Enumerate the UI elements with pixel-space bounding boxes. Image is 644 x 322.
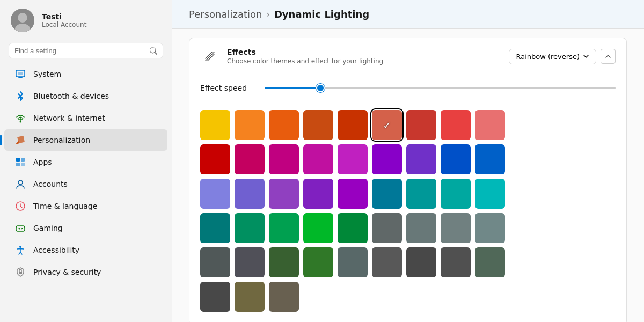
color-swatch-5-0[interactable] — [200, 282, 230, 312]
color-swatch-0-1[interactable] — [235, 110, 265, 140]
color-swatch-0-6[interactable] — [406, 110, 436, 140]
breadcrumb: Personalization › Dynamic Lighting — [189, 9, 627, 20]
page-header: Personalization › Dynamic Lighting — [172, 0, 644, 29]
color-swatch-1-8[interactable] — [475, 144, 505, 174]
sidebar-item-privacy[interactable]: Privacy & security — [4, 261, 167, 283]
personalization-icon — [15, 135, 26, 145]
sidebar-item-system[interactable]: System — [4, 63, 167, 85]
color-swatch-0-8[interactable] — [475, 110, 505, 140]
color-swatch-1-7[interactable] — [441, 144, 471, 174]
color-swatch-0-4[interactable] — [338, 110, 368, 140]
color-swatch-4-0[interactable] — [200, 247, 230, 277]
color-swatch-5-2[interactable] — [269, 282, 299, 312]
network-icon — [15, 113, 26, 123]
svg-rect-13 — [16, 226, 25, 231]
color-swatch-2-7[interactable] — [441, 179, 471, 209]
sidebar-item-apps[interactable]: Apps — [4, 151, 167, 173]
user-section: Testi Local Account — [0, 0, 172, 41]
color-swatch-2-2[interactable] — [269, 179, 299, 209]
color-swatch-2-1[interactable] — [235, 179, 265, 209]
color-swatch-4-2[interactable] — [269, 247, 299, 277]
effects-dropdown[interactable]: Rainbow (reverse) — [509, 49, 596, 64]
colors-grid — [189, 101, 626, 322]
breadcrumb-parent: Personalization — [189, 9, 262, 20]
color-swatch-1-1[interactable] — [235, 144, 265, 174]
color-swatch-3-7[interactable] — [441, 213, 471, 243]
color-swatch-3-1[interactable] — [235, 213, 265, 243]
sidebar-item-label-privacy: Privacy & security — [33, 268, 101, 276]
color-swatch-3-8[interactable] — [475, 213, 505, 243]
color-swatch-4-8[interactable] — [475, 247, 505, 277]
color-swatch-3-0[interactable] — [200, 213, 230, 243]
sidebar-item-accessibility[interactable]: Accessibility — [4, 239, 167, 261]
avatar[interactable] — [11, 9, 34, 32]
svg-rect-5 — [18, 72, 23, 75]
color-swatch-2-0[interactable] — [200, 179, 230, 209]
color-swatch-3-3[interactable] — [303, 213, 333, 243]
speed-label: Effect speed — [200, 84, 254, 92]
color-swatch-0-3[interactable] — [303, 110, 333, 140]
color-swatch-0-5[interactable] — [372, 110, 402, 140]
speed-slider[interactable] — [265, 87, 616, 89]
color-swatch-1-6[interactable] — [406, 144, 436, 174]
color-swatch-2-4[interactable] — [338, 179, 368, 209]
accessibility-icon — [15, 245, 26, 255]
sidebar-item-gaming[interactable]: Gaming — [4, 217, 167, 239]
search-box[interactable] — [9, 43, 163, 58]
color-swatch-3-6[interactable] — [406, 213, 436, 243]
svg-point-11 — [18, 180, 23, 185]
breadcrumb-separator: › — [266, 9, 269, 19]
effects-icon — [200, 47, 219, 66]
effects-subtitle: Choose color themes and effect for your … — [227, 57, 509, 65]
color-swatch-0-0[interactable] — [200, 110, 230, 140]
color-swatch-3-4[interactable] — [338, 213, 368, 243]
color-swatch-2-3[interactable] — [303, 179, 333, 209]
color-swatch-2-6[interactable] — [406, 179, 436, 209]
color-swatch-1-4[interactable] — [338, 144, 368, 174]
sidebar-item-label-time: Time & language — [33, 202, 97, 210]
color-swatch-4-1[interactable] — [235, 247, 265, 277]
color-swatch-4-5[interactable] — [372, 247, 402, 277]
sidebar-item-label-apps: Apps — [33, 158, 52, 166]
speed-slider-container — [265, 87, 616, 89]
effects-section: Effects Choose color themes and effect f… — [189, 38, 627, 322]
color-row-0 — [200, 110, 616, 140]
sidebar-item-accounts[interactable]: Accounts — [4, 173, 167, 195]
color-swatch-2-5[interactable] — [372, 179, 402, 209]
bluetooth-icon — [15, 91, 26, 101]
apps-icon — [15, 157, 26, 167]
color-swatch-0-2[interactable] — [269, 110, 299, 140]
chevron-up-icon — [605, 53, 611, 60]
color-swatch-1-3[interactable] — [303, 144, 333, 174]
sidebar-item-label-bluetooth: Bluetooth & devices — [33, 92, 109, 100]
system-icon — [15, 69, 26, 79]
color-swatch-4-4[interactable] — [338, 247, 368, 277]
color-swatch-4-7[interactable] — [441, 247, 471, 277]
sidebar-item-label-network: Network & internet — [33, 114, 105, 122]
color-swatch-3-2[interactable] — [269, 213, 299, 243]
color-swatch-5-1[interactable] — [235, 282, 265, 312]
effects-text: Effects Choose color themes and effect f… — [227, 48, 509, 65]
effects-title: Effects — [227, 48, 509, 56]
sidebar-item-bluetooth[interactable]: Bluetooth & devices — [4, 85, 167, 107]
sidebar-item-network[interactable]: Network & internet — [4, 107, 167, 129]
color-swatch-4-3[interactable] — [303, 247, 333, 277]
collapse-button[interactable] — [601, 49, 616, 64]
color-swatch-2-8[interactable] — [475, 179, 505, 209]
color-swatch-4-6[interactable] — [406, 247, 436, 277]
color-swatch-1-0[interactable] — [200, 144, 230, 174]
svg-rect-8 — [21, 158, 25, 162]
color-swatch-1-5[interactable] — [372, 144, 402, 174]
sidebar-item-time[interactable]: Time & language — [4, 195, 167, 217]
chevron-down-icon — [583, 53, 589, 60]
color-swatch-0-7[interactable] — [441, 110, 471, 140]
sidebar-item-label-personalization: Personalization — [33, 136, 90, 144]
color-swatch-1-2[interactable] — [269, 144, 299, 174]
user-name: Testi — [42, 12, 86, 21]
color-row-1 — [200, 144, 616, 174]
svg-point-6 — [20, 121, 21, 123]
svg-rect-10 — [21, 163, 25, 166]
color-swatch-3-5[interactable] — [372, 213, 402, 243]
sidebar-item-personalization[interactable]: Personalization — [4, 129, 167, 151]
search-input[interactable] — [14, 47, 145, 55]
